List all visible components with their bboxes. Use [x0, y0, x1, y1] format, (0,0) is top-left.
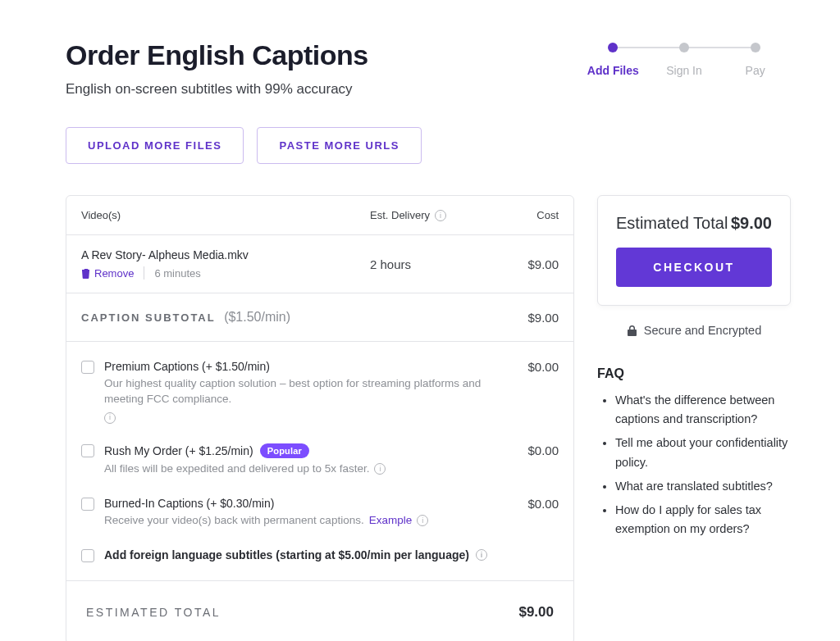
estimated-total-label: ESTIMATED TOTAL: [86, 606, 221, 619]
faq-item[interactable]: What are translated subtitles?: [615, 477, 791, 496]
checkout-button[interactable]: CHECKOUT: [616, 248, 772, 287]
subtotal-rate: ($1.50/min): [224, 310, 290, 324]
option-rush-order: Rush My Order (+ $1.25/min) Popular All …: [66, 434, 573, 487]
option-desc: All files will be expedited and delivere…: [104, 461, 369, 477]
step-dot: [751, 43, 760, 52]
step-pay: Pay: [719, 43, 791, 77]
info-icon[interactable]: i: [435, 210, 446, 221]
step-label: Add Files: [587, 64, 639, 77]
info-icon[interactable]: i: [417, 515, 428, 526]
option-price: $0.00: [501, 497, 559, 511]
example-link[interactable]: Example: [369, 513, 413, 529]
upload-more-files-button[interactable]: Upload More Files: [66, 127, 244, 164]
col-delivery: Est. Delivery: [370, 209, 430, 221]
info-icon[interactable]: i: [374, 463, 386, 475]
subtotal-value: $9.00: [527, 311, 559, 325]
checkbox-rush[interactable]: [81, 444, 94, 457]
checkbox-foreign[interactable]: [81, 549, 94, 562]
checkbox-premium[interactable]: [81, 361, 94, 374]
file-duration: 6 minutes: [154, 267, 200, 280]
step-dot: [679, 43, 689, 52]
progress-stepper: Add Files Sign In Pay: [578, 43, 791, 77]
estimated-total-value: $9.00: [518, 604, 554, 621]
secure-notice: Secure and Encrypted: [597, 324, 791, 337]
remove-file-button[interactable]: Remove: [81, 267, 134, 280]
step-sign-in: Sign In: [649, 43, 720, 77]
option-burned-in: Burned-In Captions (+ $0.30/min) Receive…: [66, 487, 573, 539]
lock-icon: [627, 325, 637, 337]
step-label: Pay: [746, 64, 765, 77]
option-price: $0.00: [501, 360, 559, 374]
faq-list: What's the difference between captions a…: [597, 391, 791, 539]
faq-heading: FAQ: [597, 366, 791, 381]
col-videos: Video(s): [81, 209, 370, 221]
subtotal-label: CAPTION SUBTOTAL: [81, 311, 216, 324]
file-name: A Rev Story- Alpheus Media.mkv: [81, 248, 370, 261]
option-title: Premium Captions (+ $1.50/min): [104, 360, 270, 373]
checkout-card: Estimated Total $9.00 CHECKOUT: [597, 195, 791, 306]
option-title: Add foreign language subtitles (starting…: [104, 548, 469, 561]
step-label: Sign In: [666, 64, 702, 77]
col-cost: Cost: [501, 209, 559, 221]
option-foreign-subtitles: Add foreign language subtitles (starting…: [66, 539, 573, 572]
page-title: Order English Captions: [66, 39, 368, 71]
step-add-files: Add Files: [578, 43, 649, 77]
trash-icon: [81, 268, 90, 279]
option-title: Rush My Order (+ $1.25/min): [104, 444, 253, 457]
option-desc: Our highest quality caption solution – b…: [104, 376, 491, 407]
sidebar-est-label: Estimated Total: [616, 214, 728, 233]
faq-item[interactable]: Tell me about your confidentiality polic…: [615, 434, 791, 471]
file-cost: $9.00: [501, 257, 559, 271]
option-title: Burned-In Captions (+ $0.30/min): [104, 497, 274, 510]
option-price: $0.00: [501, 443, 559, 457]
page-subtitle: English on-screen subtitles with 99% acc…: [66, 81, 368, 98]
remove-label: Remove: [94, 267, 134, 280]
order-card: Video(s) Est. Delivery i Cost A Rev Stor…: [66, 195, 574, 641]
option-desc: Receive your video(s) back with permanen…: [104, 513, 364, 529]
table-row: A Rev Story- Alpheus Media.mkv Remove 6 …: [66, 235, 573, 293]
sidebar-est-value: $9.00: [731, 214, 772, 233]
info-icon[interactable]: i: [476, 549, 487, 561]
file-delivery: 2 hours: [370, 257, 501, 271]
faq-item[interactable]: What's the difference between captions a…: [615, 391, 791, 429]
checkbox-burned[interactable]: [81, 498, 94, 511]
option-premium-captions: Premium Captions (+ $1.50/min) Our highe…: [66, 350, 573, 434]
step-dot: [608, 43, 618, 52]
paste-more-urls-button[interactable]: Paste More URLs: [257, 127, 422, 164]
faq-item[interactable]: How do I apply for sales tax exemption o…: [615, 501, 791, 539]
secure-text: Secure and Encrypted: [644, 324, 761, 337]
info-icon[interactable]: i: [104, 412, 116, 424]
popular-badge: Popular: [260, 443, 309, 458]
